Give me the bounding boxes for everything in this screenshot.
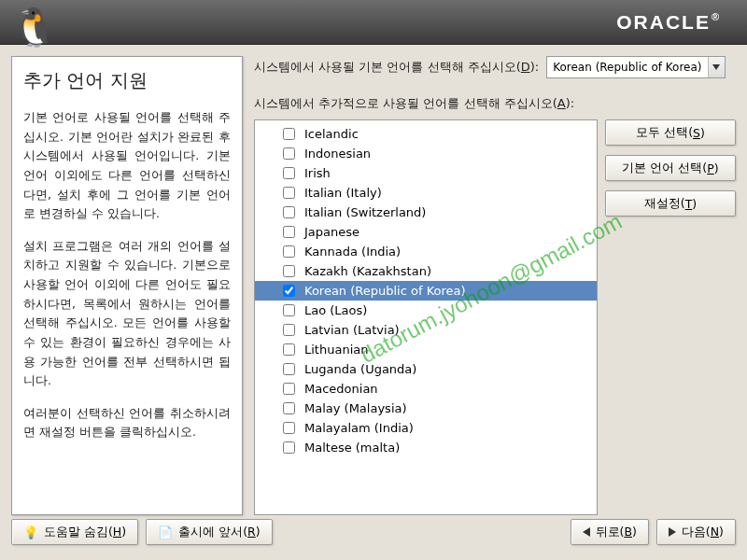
language-label: Lao (Laos) xyxy=(304,303,367,317)
language-checkbox[interactable] xyxy=(283,304,295,316)
help-panel: 추가 언어 지원 기본 언어로 사용될 언어를 선택해 주십시오. 기본 언어란… xyxy=(11,56,243,515)
language-item[interactable]: Luganda (Uganda) xyxy=(255,359,597,379)
language-label: Japanese xyxy=(304,225,359,239)
language-label: Italian (Switzerland) xyxy=(304,205,426,219)
language-label: Macedonian xyxy=(304,382,378,396)
main-content: 추가 언어 지원 기본 언어로 사용될 언어를 선택해 주십시오. 기본 언어란… xyxy=(0,45,747,515)
chevron-down-icon xyxy=(708,57,725,77)
back-button[interactable]: 뒤로(B) xyxy=(571,519,649,545)
default-language-combo[interactable]: Korean (Republic of Korea) xyxy=(546,56,725,78)
language-label: Latvian (Latvia) xyxy=(304,323,400,337)
default-language-label: 시스템에서 사용될 기본 언어를 선택해 주십시오(D): xyxy=(254,59,539,76)
default-language-row: 시스템에서 사용될 기본 언어를 선택해 주십시오(D): Korean (Re… xyxy=(254,56,736,78)
language-label: Italian (Italy) xyxy=(304,186,382,200)
select-all-button[interactable]: 모두 선택(S) xyxy=(605,119,736,146)
registered-mark: ® xyxy=(712,11,721,22)
language-label: Malay (Malaysia) xyxy=(304,401,407,415)
help-paragraph-3: 여러분이 선택하신 언어를 취소하시려면 재설정 버튼을 클릭하십시오. xyxy=(23,404,231,442)
language-item[interactable]: Italian (Italy) xyxy=(255,183,597,203)
help-paragraph-2: 설치 프로그램은 여러 개의 언어를 설치하고 지원할 수 있습니다. 기본으로… xyxy=(23,237,231,391)
language-checkbox[interactable] xyxy=(283,363,295,375)
language-item[interactable]: Malay (Malaysia) xyxy=(255,399,597,418)
language-label: Irish xyxy=(304,166,331,180)
language-item[interactable]: Macedonian xyxy=(255,379,597,399)
reset-button[interactable]: 재설정(T) xyxy=(605,190,736,217)
default-language-value: Korean (Republic of Korea) xyxy=(547,61,707,74)
language-label: Icelandic xyxy=(304,127,359,141)
language-checkbox[interactable] xyxy=(283,324,295,336)
release-notes-button[interactable]: 📄 출시에 앞서(R) xyxy=(146,519,272,545)
languages-listbox[interactable]: IcelandicIndonesianIrishItalian (Italy)I… xyxy=(255,120,597,514)
language-item[interactable]: Japanese xyxy=(255,222,597,242)
language-checkbox[interactable] xyxy=(283,265,295,277)
language-label: Malayalam (India) xyxy=(304,421,414,435)
document-icon: 📄 xyxy=(158,525,173,539)
language-item[interactable]: Maltese (malta) xyxy=(255,438,597,457)
language-label: Korean (Republic of Korea) xyxy=(304,284,466,298)
triangle-right-icon xyxy=(669,527,676,537)
language-item[interactable]: Indonesian xyxy=(255,144,597,163)
language-item[interactable]: Italian (Switzerland) xyxy=(255,203,597,222)
language-checkbox[interactable] xyxy=(283,206,295,218)
language-item[interactable]: Latvian (Latvia) xyxy=(255,320,597,340)
top-bar: ORACLE® xyxy=(0,0,747,45)
language-checkbox[interactable] xyxy=(283,343,295,356)
form-area: 시스템에서 사용될 기본 언어를 선택해 주십시오(D): Korean (Re… xyxy=(254,56,736,515)
language-checkbox[interactable] xyxy=(283,441,295,454)
language-checkbox[interactable] xyxy=(283,147,295,160)
language-checkbox[interactable] xyxy=(283,285,295,297)
language-checkbox[interactable] xyxy=(283,167,295,179)
language-item[interactable]: Kannada (India) xyxy=(255,242,597,261)
help-title: 추가 언어 지원 xyxy=(23,68,231,93)
next-button[interactable]: 다음(N) xyxy=(656,519,736,545)
languages-row: IcelandicIndonesianIrishItalian (Italy)I… xyxy=(254,119,736,515)
bottom-bar: 💡 도움말 숨김(H) 📄 출시에 앞서(R) 뒤로(B) 다음(N) xyxy=(0,515,747,549)
oracle-logo-text: ORACLE xyxy=(616,11,711,33)
language-item[interactable]: Kazakh (Kazakhstan) xyxy=(255,261,597,281)
language-item[interactable]: Irish xyxy=(255,163,597,183)
language-item[interactable]: Lao (Laos) xyxy=(255,301,597,320)
language-item[interactable]: Icelandic xyxy=(255,124,597,144)
language-checkbox[interactable] xyxy=(283,226,295,238)
language-label: Luganda (Uganda) xyxy=(304,362,416,376)
language-label: Lithuanian xyxy=(304,343,368,357)
oracle-logo: ORACLE® xyxy=(616,11,721,34)
language-item[interactable]: Lithuanian xyxy=(255,340,597,359)
language-checkbox[interactable] xyxy=(283,187,295,199)
language-item[interactable]: Korean (Republic of Korea) xyxy=(255,281,597,301)
language-label: Kazakh (Kazakhstan) xyxy=(304,264,431,278)
language-label: Kannada (India) xyxy=(304,245,401,259)
language-checkbox[interactable] xyxy=(283,422,295,434)
additional-languages-label: 시스템에서 추가적으로 사용될 언어를 선택해 주십시오(A): xyxy=(254,95,736,112)
hide-help-button[interactable]: 💡 도움말 숨김(H) xyxy=(11,519,138,545)
language-item[interactable]: Malayalam (India) xyxy=(255,418,597,438)
triangle-left-icon xyxy=(583,527,590,537)
language-label: Indonesian xyxy=(304,147,371,161)
language-checkbox[interactable] xyxy=(283,245,295,258)
languages-listbox-frame: IcelandicIndonesianIrishItalian (Italy)I… xyxy=(254,119,598,515)
help-paragraph-1: 기본 언어로 사용될 언어를 선택해 주십시오. 기본 언어란 설치가 완료된 … xyxy=(23,108,231,224)
tux-icon: 🐧 xyxy=(11,6,58,49)
svg-marker-0 xyxy=(712,64,720,70)
lightbulb-icon: 💡 xyxy=(23,525,38,539)
language-label: Maltese (malta) xyxy=(304,441,400,455)
language-checkbox[interactable] xyxy=(283,402,295,414)
language-checkbox[interactable] xyxy=(283,383,295,395)
side-buttons: 모두 선택(S) 기본 언어 선택(P) 재설정(T) xyxy=(605,119,736,515)
language-checkbox[interactable] xyxy=(283,128,295,140)
select-default-button[interactable]: 기본 언어 선택(P) xyxy=(605,155,736,181)
